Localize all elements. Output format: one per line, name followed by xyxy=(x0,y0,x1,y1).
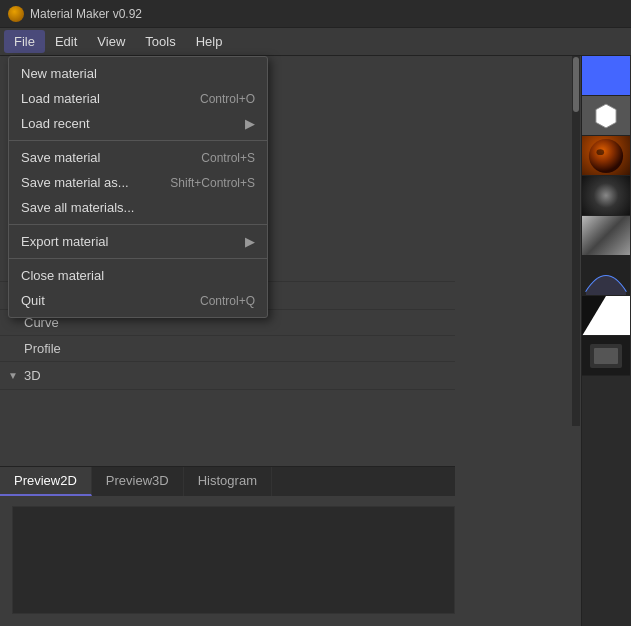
thumb-grey-gradient[interactable] xyxy=(582,216,630,256)
thumb-profile[interactable] xyxy=(582,296,630,336)
3d-label: 3D xyxy=(24,368,41,383)
load-material-shortcut: Control+O xyxy=(200,92,255,106)
menu-quit[interactable]: Quit Control+Q xyxy=(9,288,267,313)
svg-marker-0 xyxy=(596,104,616,128)
svg-marker-3 xyxy=(582,296,630,336)
menu-save-material[interactable]: Save material Control+S xyxy=(9,145,267,170)
scroll-thumb[interactable] xyxy=(573,57,579,112)
profile-label: Profile xyxy=(24,341,61,356)
menu-export-material[interactable]: Export material ▶ xyxy=(9,229,267,254)
thumb-dark-radial[interactable] xyxy=(582,176,630,216)
menu-close-material[interactable]: Close material xyxy=(9,263,267,288)
menu-bar: File Edit View Tools Help xyxy=(0,28,631,56)
save-material-label: Save material xyxy=(21,150,100,165)
right-panel xyxy=(581,56,631,626)
svg-point-1 xyxy=(589,138,623,172)
preview-tabs: Preview2D Preview3D Histogram xyxy=(0,466,455,496)
3d-shape xyxy=(582,336,630,376)
thumb-hex[interactable] xyxy=(582,96,630,136)
export-arrow: ▶ xyxy=(245,234,255,249)
quit-label: Quit xyxy=(21,293,45,308)
3d-arrow: ▼ xyxy=(8,370,18,381)
thumb-blue[interactable] xyxy=(582,56,630,96)
hex-shape xyxy=(595,103,617,129)
menu-tools[interactable]: Tools xyxy=(135,30,185,53)
menu-load-material[interactable]: Load material Control+O xyxy=(9,86,267,111)
quit-shortcut: Control+Q xyxy=(200,294,255,308)
new-material-label: New material xyxy=(21,66,97,81)
tab-histogram[interactable]: Histogram xyxy=(184,467,272,496)
separator-3 xyxy=(9,258,267,259)
svg-rect-5 xyxy=(594,348,618,364)
tab-preview2d[interactable]: Preview2D xyxy=(0,467,92,496)
menu-edit[interactable]: Edit xyxy=(45,30,87,53)
load-material-label: Load material xyxy=(21,91,100,106)
save-all-materials-label: Save all materials... xyxy=(21,200,134,215)
save-material-as-shortcut: Shift+Control+S xyxy=(170,176,255,190)
profile-shape xyxy=(582,296,630,336)
thumb-3d[interactable] xyxy=(582,336,630,376)
thumb-rust[interactable] xyxy=(582,136,630,176)
app-icon xyxy=(8,6,24,22)
menu-save-all-materials[interactable]: Save all materials... xyxy=(9,195,267,220)
scroll-bar[interactable] xyxy=(572,56,580,426)
save-material-shortcut: Control+S xyxy=(201,151,255,165)
menu-view[interactable]: View xyxy=(87,30,135,53)
menu-load-recent[interactable]: Load recent ▶ xyxy=(9,111,267,136)
node-profile[interactable]: Profile xyxy=(0,336,455,362)
export-material-label: Export material xyxy=(21,234,108,249)
separator-2 xyxy=(9,224,267,225)
curve-shape xyxy=(582,256,630,296)
menu-new-material[interactable]: New material xyxy=(9,61,267,86)
separator-1 xyxy=(9,140,267,141)
menu-file[interactable]: File xyxy=(4,30,45,53)
node-3d[interactable]: ▼ 3D xyxy=(0,362,455,390)
thumb-curve[interactable] xyxy=(582,256,630,296)
menu-help[interactable]: Help xyxy=(186,30,233,53)
save-material-as-label: Save material as... xyxy=(21,175,129,190)
tab-preview3d[interactable]: Preview3D xyxy=(92,467,184,496)
file-dropdown: New material Load material Control+O Loa… xyxy=(8,56,268,318)
svg-point-2 xyxy=(597,149,605,155)
title-text: Material Maker v0.92 xyxy=(30,7,142,21)
load-recent-label: Load recent xyxy=(21,116,90,131)
rust-circle xyxy=(586,137,626,175)
preview-canvas xyxy=(12,506,455,614)
menu-save-material-as[interactable]: Save material as... Shift+Control+S xyxy=(9,170,267,195)
load-recent-arrow: ▶ xyxy=(245,116,255,131)
close-material-label: Close material xyxy=(21,268,104,283)
title-bar: Material Maker v0.92 xyxy=(0,0,631,28)
